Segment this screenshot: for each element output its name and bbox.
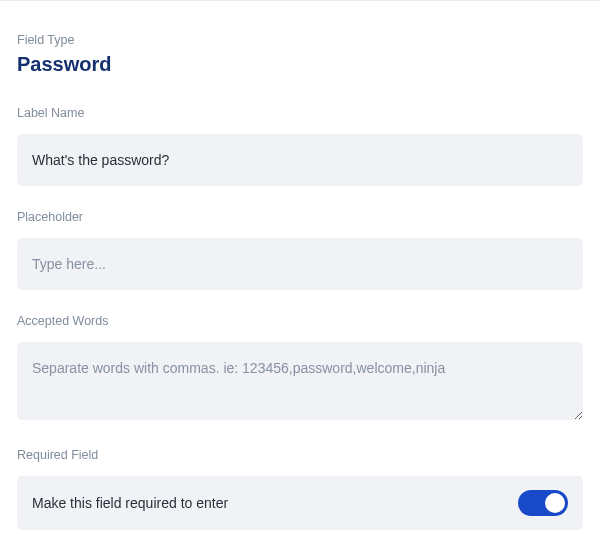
placeholder-label: Placeholder [17, 210, 583, 224]
required-field-text: Make this field required to enter [32, 495, 228, 511]
field-type-label: Field Type [17, 33, 583, 47]
field-type-value: Password [17, 53, 583, 76]
required-field-row: Make this field required to enter [17, 476, 583, 530]
accepted-words-label: Accepted Words [17, 314, 583, 328]
accepted-words-textarea[interactable] [17, 342, 583, 420]
toggle-knob [545, 493, 565, 513]
required-field-label: Required Field [17, 448, 583, 462]
label-name-label: Label Name [17, 106, 583, 120]
placeholder-input[interactable] [17, 238, 583, 290]
required-field-toggle[interactable] [518, 490, 568, 516]
label-name-input[interactable] [17, 134, 583, 186]
